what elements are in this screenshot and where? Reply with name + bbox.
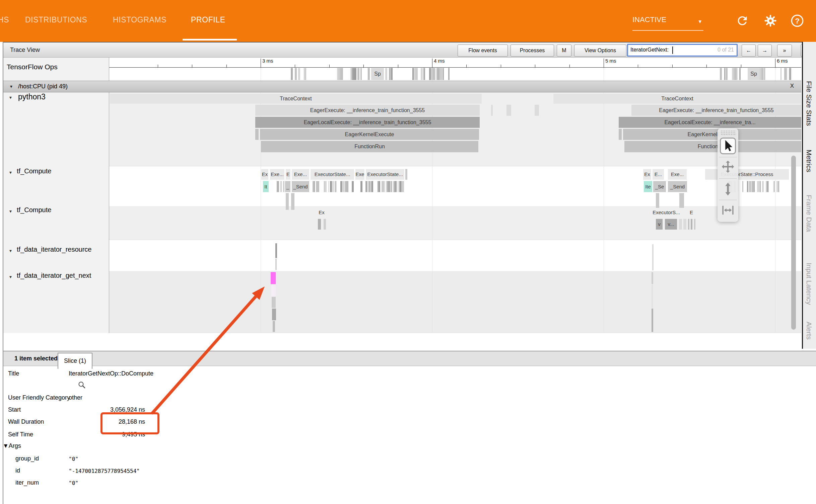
trace-slice-thin[interactable]	[691, 219, 692, 230]
trace-slice-thin[interactable]	[338, 68, 340, 80]
trace-slice-thin[interactable]	[762, 68, 764, 80]
trace-slice-thin[interactable]	[652, 272, 653, 284]
trace-slice-thin[interactable]	[437, 68, 438, 80]
trace-slice-thin[interactable]	[679, 219, 682, 230]
trace-slice-thin[interactable]	[348, 181, 348, 192]
trace-slice[interactable]: Sp	[371, 68, 384, 80]
help-icon[interactable]: ?	[791, 14, 804, 27]
trace-slice-thin[interactable]	[652, 244, 654, 270]
trace-slice[interactable]: TraceContext	[553, 94, 801, 104]
trace-slice[interactable]: E...	[653, 169, 664, 180]
trace-slice-thin[interactable]	[357, 68, 360, 80]
trace-slice-thin[interactable]	[415, 68, 418, 80]
timing-tool-button[interactable]	[720, 202, 736, 218]
trace-slice-thin[interactable]	[720, 68, 722, 80]
trace-slice[interactable]: EagerExecute: __inference_train_function…	[631, 105, 801, 116]
trace-slice-thin[interactable]	[271, 285, 276, 296]
trace-slice-thin[interactable]	[275, 259, 277, 270]
trace-slice-thin[interactable]	[733, 68, 734, 80]
trace-slice-thin[interactable]	[385, 68, 387, 80]
trace-slice-thin[interactable]	[764, 68, 765, 80]
trace-slice-thin[interactable]	[760, 68, 761, 80]
trace-slice-thin[interactable]	[291, 193, 294, 210]
trace-slice-thin[interactable]	[342, 181, 344, 192]
trace-slice-thin[interactable]	[762, 181, 764, 192]
trace-slice-thin[interactable]	[656, 193, 659, 208]
trace-slice-thin[interactable]	[352, 68, 353, 80]
trace-slice-thin[interactable]	[304, 68, 305, 80]
trace-slice-thin[interactable]	[273, 321, 275, 332]
trace-slice-thin[interactable]	[277, 181, 279, 192]
trace-slice-thin[interactable]	[491, 105, 493, 116]
trace-slice[interactable]: E	[286, 169, 290, 180]
tab-slice[interactable]: Slice (1)	[58, 353, 92, 369]
magnifier-icon[interactable]	[78, 381, 86, 391]
trace-slice-thin[interactable]	[360, 181, 362, 192]
trace-slice[interactable]: FunctionRun	[624, 141, 801, 152]
trace-slice-thin[interactable]	[275, 243, 277, 258]
trace-slice-thin[interactable]	[313, 181, 314, 192]
nav-tab-hs[interactable]: HS	[0, 15, 9, 24]
trace-slice-thin[interactable]	[387, 181, 389, 192]
toolbar-button-flow-events[interactable]: Flow events	[458, 45, 508, 57]
toolbar-button-view-options[interactable]: View Options	[574, 45, 626, 57]
trace-slice-thin[interactable]	[436, 68, 437, 80]
trace-slice-thin[interactable]	[737, 68, 738, 80]
trace-slice-thin[interactable]	[291, 68, 292, 80]
trace-slice[interactable]: EagerLocalExecute: __inference_tra...	[619, 117, 801, 128]
trace-slice-thin[interactable]	[352, 181, 354, 192]
nav-tab-profile[interactable]: PROFILE	[191, 15, 225, 24]
palette-drag-handle[interactable]	[721, 130, 735, 136]
trace-slice-thin[interactable]	[439, 68, 439, 80]
settings-gear-icon[interactable]	[764, 14, 777, 27]
trace-slice-thin[interactable]	[360, 68, 362, 80]
more-button[interactable]: »	[777, 45, 792, 57]
trace-slice-thin[interactable]	[394, 181, 395, 192]
search-input[interactable]: IteratorGetNext: 0 of 21	[627, 44, 738, 57]
trace-slice-thin[interactable]	[535, 105, 539, 116]
trace-slice[interactable]: E	[689, 207, 694, 218]
trace-slice[interactable]: ExecutorS...	[649, 207, 683, 218]
trace-slice[interactable]: Exe	[355, 169, 364, 180]
trace-slice-thin[interactable]	[330, 181, 332, 192]
trace-slice-thin[interactable]	[328, 181, 329, 192]
sidebar-tab-input-latency[interactable]: Input Latency	[805, 263, 813, 305]
collapse-triangle-icon[interactable]: ▾	[9, 274, 12, 279]
trace-slice[interactable]: Exe...	[270, 169, 284, 180]
trace-slice-thin[interactable]	[753, 181, 754, 192]
trace-slice-thin[interactable]	[324, 181, 327, 192]
trace-slice-thin[interactable]	[423, 68, 425, 80]
collapse-triangle-icon[interactable]: ▾	[10, 84, 12, 89]
trace-slice-thin[interactable]	[679, 193, 684, 208]
trace-slice[interactable]: v	[656, 219, 663, 230]
trace-slice-thin[interactable]	[391, 181, 392, 192]
trace-slice-thin[interactable]	[688, 219, 689, 230]
trace-slice-thin[interactable]	[272, 297, 276, 308]
trace-slice-thin[interactable]	[442, 68, 443, 80]
collapse-triangle-icon[interactable]: ▾	[9, 208, 12, 214]
trace-slice-thin[interactable]	[332, 181, 334, 192]
trace-slice-thin[interactable]	[283, 181, 284, 192]
trace-slice[interactable]: Ex	[261, 169, 268, 180]
trace-slice-thin[interactable]	[398, 181, 399, 192]
trace-slice-thin[interactable]	[399, 181, 400, 192]
sidebar-tab-file-size-stats[interactable]: File Size Stats	[805, 81, 813, 126]
trace-slice-thin[interactable]	[390, 68, 391, 80]
trace-slice[interactable]: EagerLocalExecute: __inference_train_fun…	[255, 117, 480, 128]
trace-slice-thin[interactable]	[280, 181, 282, 192]
trace-slice-thin[interactable]	[619, 129, 622, 140]
trace-slice-thin[interactable]	[272, 309, 276, 320]
trace-slice-thin[interactable]	[747, 181, 748, 192]
trace-slice-thin[interactable]	[379, 181, 381, 192]
trace-slice[interactable]: Exe...	[668, 169, 687, 180]
refresh-icon[interactable]	[736, 14, 749, 27]
trace-slice[interactable]: EagerKernelExecute	[260, 129, 479, 140]
trace-slice-thin[interactable]	[395, 181, 397, 192]
trace-slice[interactable]: FunctionRun	[261, 141, 478, 152]
close-icon[interactable]: X	[790, 83, 794, 89]
toolbar-button-processes[interactable]: Processes	[511, 45, 554, 57]
trace-slice-thin[interactable]	[683, 219, 686, 230]
trace-slice-thin[interactable]	[371, 181, 373, 192]
trace-slice[interactable]: _Se	[653, 181, 666, 192]
trace-slice-thin[interactable]	[334, 181, 335, 192]
